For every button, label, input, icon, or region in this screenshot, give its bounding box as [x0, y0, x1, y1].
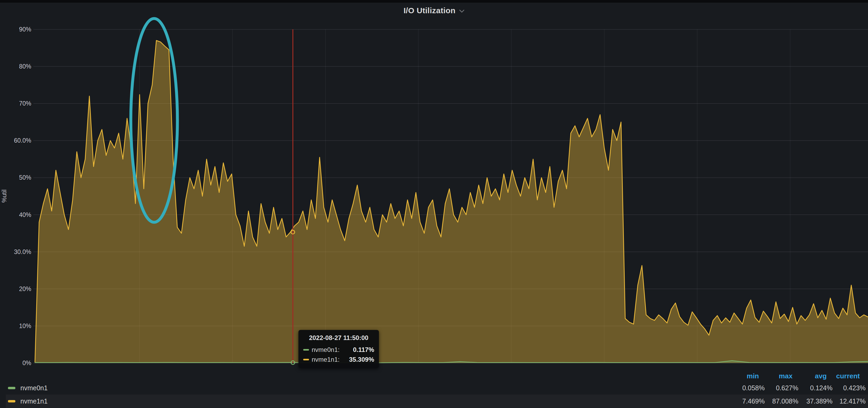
legend-current-value: 0.423% — [843, 381, 866, 395]
legend-current-value: 12.417% — [839, 395, 866, 408]
legend-column-max[interactable]: max — [779, 372, 793, 380]
svg-text:80%: 80% — [19, 63, 31, 70]
svg-text:30.0%: 30.0% — [14, 248, 31, 255]
svg-text:40%: 40% — [19, 211, 31, 218]
svg-text:20%: 20% — [19, 285, 31, 293]
legend-min-value: 7.469% — [742, 395, 765, 408]
legend-header: min max avg current — [0, 370, 868, 381]
svg-text:50%: 50% — [19, 174, 31, 181]
legend-max-value: 87.008% — [772, 395, 798, 408]
legend-series-name[interactable]: nvme0n1 — [21, 381, 48, 395]
legend-row-nvme0n1[interactable]: nvme0n1 0.058% 0.627% 0.124% 0.423% — [6, 381, 868, 395]
svg-text:70%: 70% — [19, 100, 31, 107]
tooltip-series-name: nvme1n1: — [312, 356, 339, 363]
legend-min-value: 0.058% — [742, 381, 765, 395]
series-color-dash — [8, 387, 16, 389]
tooltip-row: nvme0n1: 0.117% — [303, 345, 374, 354]
legend-column-avg[interactable]: avg — [815, 372, 827, 380]
series-color-dash — [303, 349, 309, 350]
legend-row-nvme1n1[interactable]: nvme1n1 7.469% 87.008% 37.389% 12.417% — [6, 395, 868, 408]
svg-text:10%: 10% — [19, 322, 31, 330]
svg-text:0%: 0% — [23, 360, 31, 367]
tooltip-row: nvme1n1: 35.309% — [303, 354, 374, 364]
series-color-dash — [8, 400, 16, 402]
io-utilization-chart[interactable]: 0%10%20%30.0%40%50%60.0%70%80%90% — [0, 0, 868, 408]
tooltip-series-value: 0.117% — [353, 346, 374, 353]
legend-avg-value: 0.124% — [810, 381, 833, 395]
tooltip-series-value: 35.309% — [349, 356, 374, 363]
legend-avg-value: 37.389% — [806, 395, 833, 408]
legend-column-current[interactable]: current — [836, 372, 860, 380]
grafana-io-utilization-panel: I/O Utilization %util 0%10%20%30.0%40%50… — [0, 0, 868, 408]
series-color-dash — [303, 359, 309, 361]
legend-max-value: 0.627% — [776, 381, 798, 395]
svg-text:90%: 90% — [19, 26, 31, 33]
tooltip-timestamp: 2022-08-27 11:50:00 — [303, 334, 374, 342]
legend-column-min[interactable]: min — [747, 372, 759, 380]
tooltip-series-name: nvme0n1: — [312, 346, 339, 353]
chart-tooltip: 2022-08-27 11:50:00 nvme0n1: 0.117% nvme… — [299, 330, 379, 368]
svg-text:60.0%: 60.0% — [14, 137, 31, 144]
legend-series-name[interactable]: nvme1n1 — [21, 395, 48, 408]
